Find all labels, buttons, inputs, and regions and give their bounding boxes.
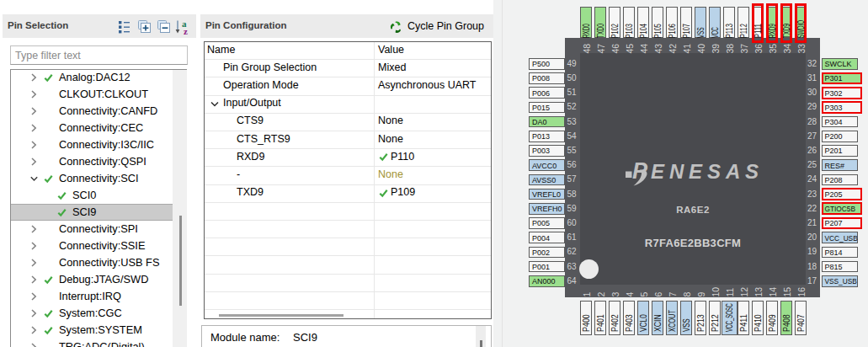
- svg-text:34: 34: [782, 44, 792, 54]
- svg-text:36: 36: [754, 44, 764, 54]
- svg-text:2: 2: [596, 292, 606, 297]
- svg-text:39: 39: [711, 44, 721, 54]
- svg-text:16: 16: [796, 287, 807, 297]
- svg-text:11: 11: [725, 288, 735, 297]
- svg-text:VSS: VSS: [681, 318, 691, 332]
- svg-text:P103: P103: [624, 24, 634, 38]
- svg-text:12: 12: [739, 287, 749, 297]
- svg-text:46: 46: [610, 44, 620, 54]
- svg-text:TXD9: TXD9: [781, 24, 791, 38]
- svg-text:10: 10: [711, 287, 721, 297]
- svg-text:XCOUT: XCOUT: [667, 310, 677, 332]
- svg-text:6: 6: [653, 292, 663, 297]
- svg-text:RXD9: RXD9: [767, 24, 777, 38]
- svg-text:P213: P213: [695, 314, 706, 332]
- svg-text:48: 48: [582, 44, 592, 54]
- svg-text:P411: P411: [738, 314, 748, 332]
- svg-text:P104: P104: [638, 24, 648, 38]
- svg-text:VSS: VSS: [695, 27, 706, 38]
- svg-text:45: 45: [625, 44, 635, 54]
- svg-text:5: 5: [639, 292, 649, 297]
- svg-text:1: 1: [582, 292, 592, 297]
- svg-text:P410: P410: [753, 314, 763, 332]
- svg-text:P102: P102: [610, 24, 620, 38]
- svg-text:P408: P408: [781, 314, 791, 332]
- svg-text:P401: P401: [595, 314, 605, 332]
- svg-text:z: z: [184, 26, 188, 35]
- svg-text:13: 13: [754, 287, 764, 297]
- svg-text:15: 15: [782, 287, 792, 297]
- svg-text:43: 43: [653, 44, 663, 54]
- svg-text:37: 37: [739, 44, 749, 54]
- svg-text:VCL0: VCL0: [638, 314, 648, 332]
- svg-text:P107: P107: [681, 24, 691, 38]
- svg-text:VCC: VCC: [710, 27, 720, 38]
- svg-text:35: 35: [768, 44, 778, 54]
- svg-text:33: 33: [796, 44, 807, 54]
- svg-text:P409: P409: [767, 314, 777, 332]
- svg-text:9: 9: [696, 292, 706, 297]
- svg-text:P402: P402: [610, 314, 620, 332]
- svg-text:P112: P112: [738, 24, 748, 38]
- svg-text:P111: P111: [753, 24, 763, 38]
- svg-text:3: 3: [610, 292, 620, 297]
- svg-text:47: 47: [596, 44, 606, 54]
- svg-text:40: 40: [696, 44, 706, 54]
- svg-text:P212: P212: [710, 314, 720, 332]
- svg-text:VCC_SOSC: VCC_SOSC: [724, 303, 734, 332]
- svg-text:RXD0: RXD0: [581, 24, 591, 38]
- svg-text:44: 44: [639, 44, 649, 54]
- svg-text:P105: P105: [652, 24, 663, 38]
- svg-text:41: 41: [682, 44, 692, 54]
- svg-text:4: 4: [625, 292, 635, 297]
- svg-text:TXD0: TXD0: [595, 24, 605, 38]
- svg-text:P407: P407: [796, 314, 806, 332]
- svg-text:P113: P113: [724, 24, 734, 38]
- svg-text:P403: P403: [624, 314, 634, 332]
- svg-text:8: 8: [682, 292, 692, 297]
- svg-text:38: 38: [725, 44, 735, 54]
- svg-text:7: 7: [668, 292, 678, 297]
- svg-text:SWDIO: SWDIO: [796, 20, 806, 39]
- svg-text:P400: P400: [581, 314, 591, 332]
- svg-text:42: 42: [668, 44, 678, 54]
- svg-text:P106: P106: [667, 24, 677, 38]
- svg-text:XCIN: XCIN: [652, 314, 663, 332]
- svg-text:14: 14: [768, 287, 778, 297]
